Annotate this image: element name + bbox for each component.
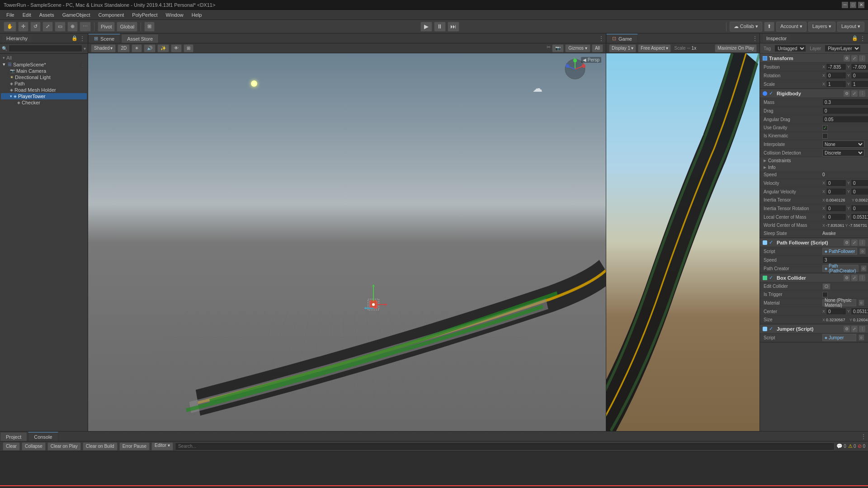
rb-more-btn[interactable]: ⋮ bbox=[859, 90, 865, 97]
menu-gameobject[interactable]: GameObject bbox=[59, 11, 94, 19]
tab-scene[interactable]: ⊞ Scene bbox=[88, 34, 120, 43]
tab-inspector[interactable]: Inspector bbox=[763, 34, 790, 43]
pf-path-select-btn[interactable]: ○ bbox=[861, 265, 867, 272]
pos-y-input[interactable] bbox=[851, 63, 868, 70]
clear-button[interactable]: Clear bbox=[3, 442, 20, 450]
hierarchy-more-icon[interactable]: ⋮ bbox=[80, 35, 85, 42]
bc-expand-btn[interactable]: ⤢ bbox=[851, 275, 858, 281]
tab-game[interactable]: ⊡ Game bbox=[606, 34, 638, 43]
hierarchy-dir-light[interactable]: ☀ Directional Light bbox=[1, 74, 87, 80]
pivot-button[interactable]: Pivot bbox=[98, 22, 115, 32]
rigidbody-header[interactable]: ✓ Rigidbody ⚙ ⤢ ⋮ bbox=[760, 89, 868, 98]
hierarchy-lock-icon[interactable]: 🔒 bbox=[71, 35, 78, 41]
hierarchy-road-mesh[interactable]: ◈ Road Mesh Holder bbox=[1, 87, 87, 93]
menu-file[interactable]: File bbox=[3, 11, 18, 19]
jumper-select-btn[interactable]: ○ bbox=[859, 334, 864, 341]
lcom-y-input[interactable] bbox=[851, 213, 868, 221]
vel-x-input[interactable] bbox=[826, 179, 846, 187]
jumper-header[interactable]: ✓ Jumper (Script) ⚙ ⤢ ⋮ bbox=[760, 324, 868, 333]
jumper-more-btn[interactable]: ⋮ bbox=[859, 326, 865, 332]
rb-expand-btn[interactable]: ⤢ bbox=[851, 90, 858, 97]
constraints-header[interactable]: ▶ Constraints bbox=[760, 157, 868, 164]
shading-mode-dropdown[interactable]: Shaded ▾ bbox=[91, 44, 116, 52]
scene-all-label[interactable]: All bbox=[592, 44, 603, 52]
play-button[interactable]: ▶ bbox=[420, 22, 432, 32]
interpolate-select[interactable]: None bbox=[822, 141, 864, 148]
angular-drag-input[interactable] bbox=[822, 116, 868, 123]
grid-toggle[interactable]: ⊞ bbox=[184, 44, 193, 52]
clear-on-play-button[interactable]: Clear on Play bbox=[47, 442, 81, 450]
hierarchy-main-camera[interactable]: 📷 Main Camera bbox=[1, 68, 87, 74]
menu-window[interactable]: Window bbox=[162, 11, 187, 19]
jumper-script-ref[interactable]: ◈ Jumper bbox=[822, 334, 856, 341]
pause-button[interactable]: ⏸ bbox=[434, 22, 446, 32]
angvel-x-input[interactable] bbox=[826, 188, 846, 195]
rot-x-input[interactable] bbox=[826, 72, 846, 79]
close-button[interactable]: ✕ bbox=[858, 2, 864, 8]
rect-tool[interactable]: ▭ bbox=[55, 22, 66, 32]
hand-tool[interactable]: ✋ bbox=[4, 22, 16, 32]
drag-input[interactable] bbox=[822, 107, 868, 114]
hierarchy-all-filter[interactable]: ▾ All bbox=[1, 55, 87, 61]
rotate-tool[interactable]: ↺ bbox=[30, 22, 41, 32]
scene-viewport[interactable]: Y X Z ◀ Persp bbox=[88, 53, 606, 431]
hierarchy-player-tower[interactable]: ▾ ◈ PlayerTower bbox=[1, 93, 87, 99]
collapse-button[interactable]: Collapse bbox=[22, 442, 46, 450]
pf-expand-btn[interactable]: ⤢ bbox=[851, 239, 858, 246]
scale-x-input[interactable] bbox=[826, 80, 846, 88]
game-more-icon[interactable]: ⋮ bbox=[752, 35, 758, 42]
pf-path-ref[interactable]: ◈ Path (PathCreator) bbox=[822, 265, 859, 272]
tag-select[interactable]: Untagged bbox=[774, 45, 806, 52]
console-more-icon[interactable]: ⋮ bbox=[861, 433, 866, 440]
hierarchy-scene[interactable]: ▾ ☰ SampleScene* ⋮ bbox=[1, 61, 87, 68]
tab-asset-store[interactable]: Asset Store bbox=[121, 34, 159, 43]
tab-hierarchy[interactable]: Hierarchy bbox=[3, 35, 31, 42]
collab-button[interactable]: ☁ Collab ▾ bbox=[730, 22, 762, 32]
inspector-lock-icon[interactable]: 🔒 bbox=[852, 35, 858, 41]
hierarchy-search-input[interactable] bbox=[9, 45, 82, 52]
path-follower-header[interactable]: ✓ Path Follower (Script) ⚙ ⤢ ⋮ bbox=[760, 238, 868, 247]
game-viewport[interactable] bbox=[606, 53, 760, 431]
jumper-settings-btn[interactable]: ⚙ bbox=[844, 326, 850, 332]
rb-settings-btn[interactable]: ⚙ bbox=[844, 90, 850, 97]
player-tower-gizmo[interactable] bbox=[357, 288, 393, 325]
tab-project[interactable]: Project bbox=[0, 432, 27, 441]
display-dropdown[interactable]: Display 1 ▾ bbox=[609, 44, 636, 52]
clear-on-build-button[interactable]: Clear on Build bbox=[83, 442, 118, 450]
mass-input[interactable] bbox=[822, 99, 868, 106]
jumper-expand-btn[interactable]: ⤢ bbox=[851, 326, 858, 332]
pos-x-input[interactable] bbox=[826, 63, 846, 70]
material-select-btn[interactable]: ○ bbox=[859, 300, 864, 306]
global-button[interactable]: Global bbox=[117, 22, 137, 32]
scale-y-input[interactable] bbox=[851, 80, 868, 88]
bc-more-btn[interactable]: ⋮ bbox=[859, 275, 865, 281]
audio-toggle[interactable]: 🔊 bbox=[144, 44, 156, 52]
scene-camera-icon[interactable]: 📷 bbox=[552, 44, 564, 52]
hidden-obj-toggle[interactable]: 👁 bbox=[171, 44, 182, 52]
editor-dropdown[interactable]: Editor ▾ bbox=[151, 442, 173, 450]
menu-component[interactable]: Component bbox=[94, 11, 127, 19]
scene-menu-icon[interactable]: ⋮ bbox=[80, 62, 85, 67]
gizmos-dropdown[interactable]: Gizmos ▾ bbox=[565, 44, 590, 52]
layers-button[interactable]: Layers ▾ bbox=[808, 22, 835, 32]
center-x-input[interactable] bbox=[826, 308, 846, 315]
menu-help[interactable]: Help bbox=[188, 11, 206, 19]
minimize-button[interactable]: ─ bbox=[842, 2, 848, 8]
edit-collider-button[interactable]: ⎔ bbox=[822, 283, 830, 290]
is-kinematic-checkbox[interactable] bbox=[822, 133, 828, 139]
info-header[interactable]: ▶ Info bbox=[760, 164, 868, 171]
step-button[interactable]: ⏭ bbox=[448, 22, 459, 32]
collision-detection-select[interactable]: Discrete bbox=[822, 149, 864, 156]
maximize-button[interactable]: Maximize On Play bbox=[715, 44, 757, 52]
pf-more-btn[interactable]: ⋮ bbox=[859, 239, 865, 246]
console-search-input[interactable] bbox=[175, 442, 835, 450]
use-gravity-checkbox[interactable] bbox=[822, 125, 828, 131]
itr-y-input[interactable] bbox=[851, 205, 868, 212]
pf-script-select-btn[interactable]: ○ bbox=[859, 248, 865, 254]
transform-tool[interactable]: ⊕ bbox=[67, 22, 78, 32]
light-toggle[interactable]: ☀ bbox=[132, 44, 142, 52]
error-pause-button[interactable]: Error Pause bbox=[119, 442, 150, 450]
menu-edit[interactable]: Edit bbox=[19, 11, 35, 19]
maximize-button[interactable]: □ bbox=[850, 2, 856, 8]
account-button[interactable]: Account ▾ bbox=[776, 22, 807, 32]
